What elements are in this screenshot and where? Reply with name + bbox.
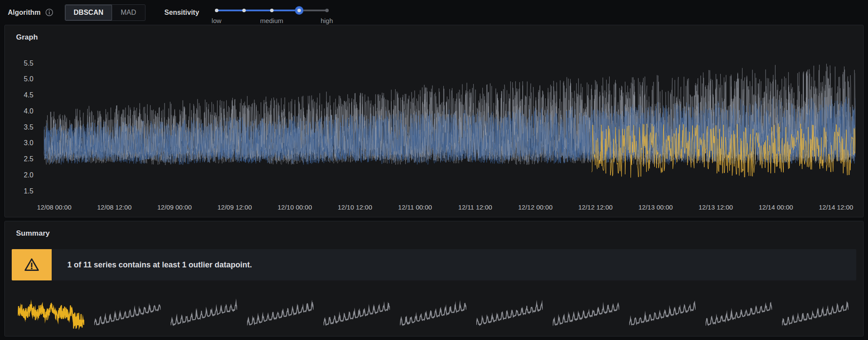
x-axis-label: 12/12 00:00 [518, 203, 552, 211]
sparkline-canvas [706, 294, 772, 334]
slider-tick[interactable] [297, 9, 301, 12]
slider-label-low: low [211, 17, 221, 24]
algorithm-option-mad[interactable]: MAD [112, 5, 145, 20]
y-axis-label: 5.0 [24, 75, 33, 83]
sparkline-canvas [400, 294, 466, 334]
x-axis-label: 12/13 12:00 [699, 203, 733, 211]
alert-message: 1 of 11 series contains at least 1 outli… [67, 260, 252, 270]
sparkline-canvas [247, 294, 314, 334]
sparkline-thumbnail[interactable] [553, 294, 619, 334]
x-axis-label: 12/13 00:00 [638, 203, 673, 211]
sparkline-thumbnail[interactable] [706, 294, 772, 334]
slider-tick[interactable] [242, 9, 246, 12]
sparkline-thumbnail[interactable] [323, 294, 390, 334]
slider-label-medium: medium [260, 17, 283, 24]
sparkline-canvas [171, 294, 237, 334]
y-axis-label: 1.5 [24, 187, 33, 195]
toolbar: Algorithm DBSCANMAD Sensitivity lowmediu… [0, 0, 868, 25]
sparkline-thumbnail-outlier[interactable] [18, 294, 84, 334]
x-axis-label: 12/10 12:00 [338, 203, 372, 211]
x-axis-label: 12/09 00:00 [157, 203, 191, 211]
y-axis-label: 4.0 [24, 107, 33, 115]
x-axis-label: 12/14 00:00 [759, 203, 793, 211]
sparkline-canvas [782, 294, 848, 334]
sparkline-thumbnail[interactable] [782, 294, 848, 334]
sparkline-thumbnail[interactable] [400, 294, 466, 334]
sensitivity-label: Sensitivity [165, 9, 199, 17]
x-axis-label: 12/12 12:00 [578, 203, 613, 211]
sparkline-thumbnail[interactable] [171, 294, 237, 334]
sparkline-canvas [94, 294, 161, 334]
slider-track-fill [215, 10, 300, 11]
summary-panel-title: Summary [16, 229, 50, 238]
graph-panel: Graph 5.55.04.54.03.53.02.52.01.5 12/08 … [4, 25, 864, 217]
algorithm-label: Algorithm [8, 9, 41, 17]
y-axis: 5.55.04.54.03.53.02.52.01.5 [5, 25, 40, 217]
sparkline-canvas [476, 294, 543, 334]
x-axis-label: 12/08 00:00 [37, 203, 71, 211]
series-thumbnails [18, 294, 848, 334]
sparkline-thumbnail[interactable] [94, 294, 161, 334]
x-axis: 12/08 00:0012/08 12:0012/09 00:0012/09 1… [44, 203, 855, 213]
algorithm-option-dbscan[interactable]: DBSCAN [65, 5, 112, 20]
graph-canvas[interactable] [44, 53, 855, 199]
x-axis-label: 12/11 00:00 [398, 203, 432, 211]
sparkline-thumbnail[interactable] [247, 294, 314, 334]
x-axis-label: 12/08 12:00 [97, 203, 132, 211]
y-axis-label: 2.0 [24, 171, 33, 179]
plot-area [44, 53, 855, 199]
sparkline-canvas [323, 294, 390, 334]
slider-tick[interactable] [215, 9, 218, 12]
x-axis-label: 12/10 00:00 [277, 203, 312, 211]
slider-tick[interactable] [270, 9, 274, 12]
sparkline-thumbnail[interactable] [629, 294, 696, 334]
sparkline-canvas [18, 294, 84, 334]
x-axis-label: 12/14 12:00 [819, 203, 853, 211]
x-axis-label: 12/09 12:00 [218, 203, 252, 211]
slider-tick[interactable] [325, 9, 329, 12]
y-axis-label: 2.5 [24, 155, 33, 163]
sparkline-thumbnail[interactable] [476, 294, 543, 334]
sensitivity-slider[interactable]: lowmediumhigh [215, 4, 329, 26]
y-axis-label: 3.5 [24, 123, 33, 131]
summary-panel: Summary 1 of 11 series contains at least… [4, 221, 864, 337]
y-axis-label: 4.5 [24, 91, 33, 99]
sparkline-canvas [553, 294, 619, 334]
outlier-alert: 1 of 11 series contains at least 1 outli… [12, 249, 856, 280]
x-axis-label: 12/11 12:00 [458, 203, 492, 211]
warning-triangle-icon [12, 249, 52, 280]
info-icon[interactable] [45, 8, 53, 17]
y-axis-label: 5.5 [24, 60, 33, 67]
slider-label-high: high [320, 17, 333, 24]
sparkline-canvas [629, 294, 696, 334]
algorithm-toggle: DBSCANMAD [65, 4, 145, 21]
y-axis-label: 3.0 [24, 139, 33, 147]
